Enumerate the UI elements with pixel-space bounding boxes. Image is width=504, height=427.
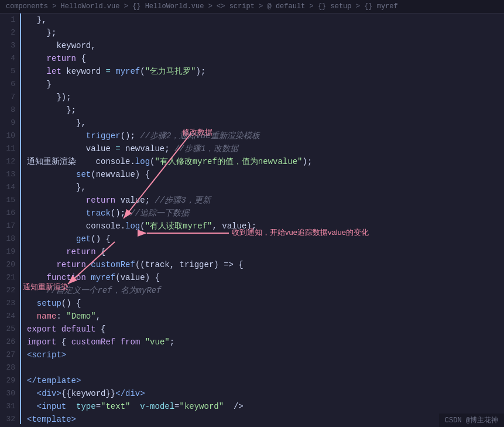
code-line: let keyword = myref("乞力马扎罗");: [27, 65, 504, 78]
line-number: 12: [0, 155, 15, 168]
line-number: 32: [0, 413, 15, 426]
code-line: [27, 361, 504, 374]
line-number: 25: [0, 323, 15, 336]
code-line: <div>{{keyword}}</div>: [27, 387, 504, 400]
code-line: },: [27, 181, 504, 194]
code-line: };: [27, 104, 504, 117]
code-line: function myref(value) {: [27, 271, 504, 284]
line-number: 23: [0, 297, 15, 310]
line-number: 19: [0, 245, 15, 258]
line-number: 7: [0, 91, 15, 104]
line-gutter: 1234567891011121314151617181920212223242…: [0, 13, 21, 424]
code-line: }: [27, 78, 504, 91]
line-number: 6: [0, 78, 15, 91]
code-line: track(); //追踪一下数据: [27, 207, 504, 220]
line-number: 24: [0, 310, 15, 323]
breadcrumb-text: components > HelloWorld.vue > {} HelloWo…: [6, 2, 398, 11]
code-line: });: [27, 91, 504, 104]
code-line: name: "Demo",: [27, 310, 504, 323]
line-number: 29: [0, 374, 15, 387]
line-number: 3: [0, 39, 15, 52]
bottom-bar-text: CSDN @博主花神: [445, 416, 498, 425]
line-number: 13: [0, 168, 15, 181]
line-number: 21: [0, 271, 15, 284]
code-line: return customRef((track, trigger) => {: [27, 258, 504, 271]
line-number: 4: [0, 52, 15, 65]
line-number: 17: [0, 220, 15, 233]
line-number: 14: [0, 181, 15, 194]
code-line: </template>: [27, 374, 504, 387]
code-line: return {: [27, 245, 504, 258]
code-line: setup() {: [27, 297, 504, 310]
code-line: },: [27, 117, 504, 129]
code-line: trigger(); //步骤2，通知Vue重新渲染模板: [27, 129, 504, 142]
code-line: },: [27, 13, 504, 26]
line-number: 27: [0, 349, 15, 361]
line-number: 1: [0, 13, 15, 26]
line-number: 9: [0, 117, 15, 129]
code-line: get() {: [27, 233, 504, 245]
editor-area: 1234567891011121314151617181920212223242…: [0, 13, 504, 424]
line-number: 20: [0, 258, 15, 271]
code-line: console.log("有人读取myref", value);: [27, 220, 504, 233]
code-line: return value; //步骤3，更新: [27, 194, 504, 207]
line-number: 10: [0, 129, 15, 142]
breadcrumb: components > HelloWorld.vue > {} HelloWo…: [0, 0, 504, 13]
line-number: 5: [0, 65, 15, 78]
line-number: 16: [0, 207, 15, 220]
line-number: 8: [0, 104, 15, 117]
code-line: set(newvalue) {: [27, 168, 504, 181]
code-line: import { customRef from "vue";: [27, 336, 504, 349]
code-line: <input type="text" v-model="keyword" />: [27, 400, 504, 413]
code-line: };: [27, 26, 504, 39]
bottom-bar: CSDN @博主花神: [439, 414, 504, 427]
line-number: 15: [0, 194, 15, 207]
line-number: 18: [0, 233, 15, 245]
line-number: 2: [0, 26, 15, 39]
code-line: //自定义一个ref，名为myRef: [27, 284, 504, 297]
code-line: return {: [27, 52, 504, 65]
line-number: 11: [0, 142, 15, 155]
code-line: keyword,: [27, 39, 504, 52]
code-line: 通知重新渲染 console.log("有人修改myref的值，值为newval…: [27, 155, 504, 168]
code-line: value = newvalue; //步骤1，改数据: [27, 142, 504, 155]
code-line: export default {: [27, 323, 504, 336]
code-line: <template>: [27, 413, 504, 424]
line-number: 30: [0, 387, 15, 400]
line-number: 26: [0, 336, 15, 349]
line-number: 31: [0, 400, 15, 413]
code-line: <script>: [27, 349, 504, 361]
line-number: 28: [0, 361, 15, 374]
code-content: }, }; keyword, return { let keyword = my…: [21, 13, 504, 424]
line-number: 22: [0, 284, 15, 297]
